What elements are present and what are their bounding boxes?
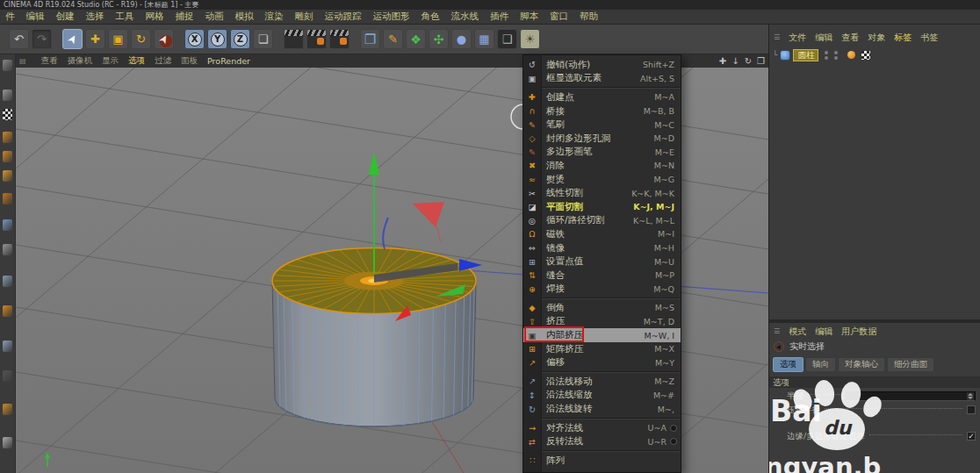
menubar-item-14[interactable]: 流水线 [451,11,479,23]
menu-item-rotate-normals[interactable]: ↻沿法线旋转M~, [523,402,681,416]
left-toolbar-icon-12[interactable] [3,370,12,382]
am-tab-0[interactable]: 选项 [773,357,803,372]
viewport-menu-1[interactable]: 查看 [41,55,58,67]
menu-item-align-normals[interactable]: →对齐法线U~A [523,421,681,435]
left-toolbar-icon-2[interactable] [3,109,12,120]
left-toolbar-icon-8[interactable] [3,244,12,255]
left-toolbar-icon-9[interactable] [3,276,12,287]
object-name-label[interactable]: 圆柱 [793,49,818,61]
z-axis-lock[interactable]: Z [230,29,250,49]
menu-item-plane-cut[interactable]: ◪平面切割K~J, M~J [523,200,681,214]
left-toolbar-icon-4[interactable] [3,151,12,162]
viewport-menu-2[interactable]: 摄像机 [68,55,93,67]
left-toolbar-icon-7[interactable] [3,219,12,231]
add-primitive-cube[interactable]: ❐ [360,29,380,49]
left-toolbar-icon-0[interactable] [3,60,12,71]
am-tab-2[interactable]: 对象轴心 [838,357,885,372]
render-settings[interactable] [306,29,327,49]
add-environment[interactable]: ● [451,29,472,49]
field-checkbox[interactable]: ✓ [967,432,976,441]
viewport-menu-4[interactable]: 选项 [128,55,145,67]
menubar-item-4[interactable]: 工具 [116,11,134,23]
menu-item-extrude-inner[interactable]: ▣内部挤压M~W, I [523,328,681,342]
render-queue[interactable] [329,29,349,49]
viewport-panel-icon[interactable]: ▤ [19,57,26,65]
menubar-item-18[interactable]: 帮助 [580,11,598,23]
add-camera[interactable]: ❑ [497,29,517,49]
last-used-tool[interactable]: ➤ [154,29,174,49]
viewport-menu-6[interactable]: 面板 [181,55,198,67]
menu-item-array[interactable]: ∷阵列 [523,454,681,468]
rotate-tool[interactable]: ↻ [131,29,151,49]
add-spline-pen[interactable]: ✎ [383,29,403,49]
add-generator[interactable]: ❖ [406,29,426,49]
menu-item-set-point-value[interactable]: ⊞设置点值M~U [523,254,681,269]
undo-icon[interactable]: ↶ [9,29,29,49]
menubar-item-0[interactable]: 件 [5,11,15,23]
menu-item-iron[interactable]: ≈熨烫M~G [523,173,681,187]
menu-item-stitch[interactable]: ⇅缝合M~P [523,269,681,283]
object-manager-menu-icon[interactable]: ☰ [774,33,780,41]
left-toolbar-icon-10[interactable] [3,305,12,317]
menu-item-loop-cut[interactable]: ◎循环/路径切割K~L, M~L [523,214,681,228]
menu-item-bevel[interactable]: ◆倒角M~S [523,301,681,315]
om-menu-4[interactable]: 标签 [894,32,912,44]
menubar-item-11[interactable]: 运动跟踪 [325,11,362,23]
am-menu-1[interactable]: 编辑 [815,326,832,338]
menubar-item-5[interactable]: 网格 [146,11,164,23]
add-light[interactable]: ☀ [520,29,540,49]
om-menu-3[interactable]: 对象 [868,32,885,44]
menu-item-undo[interactable]: ↺撤销(动作)Shift+Z [523,58,681,72]
menubar-item-12[interactable]: 运动图形 [373,11,410,23]
left-toolbar-icon-5[interactable] [3,170,12,182]
menu-item-close-hole[interactable]: ◇封闭多边形孔洞M~D [523,132,681,146]
am-tab-3[interactable]: 细分曲面 [887,357,934,372]
om-menu-1[interactable]: 编辑 [815,32,832,44]
menu-item-polygon-pen[interactable]: ✎多边形画笔M~E [523,146,681,160]
left-toolbar-icon-13[interactable] [3,404,12,415]
left-toolbar-icon-1[interactable] [3,90,12,101]
menu-item-smooth-shift[interactable]: ↗偏移M~Y [523,355,681,369]
polygon-selection-tag-icon[interactable] [861,51,870,60]
menu-item-reverse-normals[interactable]: ⇄反转法线U~R [523,434,681,448]
menu-item-magnet[interactable]: Ω磁铁M~I [523,227,681,241]
live-selection-tool[interactable]: ➤ [62,29,83,49]
attribute-manager-menu-icon[interactable]: ☰ [774,327,780,335]
menubar-item-17[interactable]: 窗口 [550,11,568,23]
menubar-item-10[interactable]: 雕刻 [295,11,313,23]
x-axis-lock[interactable]: X [184,29,205,49]
left-toolbar-icon-14[interactable] [3,437,12,448]
menu-item-matrix-extrude[interactable]: ⊞矩阵挤压M~X [523,342,681,356]
move-tool[interactable]: ✚ [85,29,105,49]
menubar-item-13[interactable]: 角色 [422,11,440,23]
viewport-toggle-icon[interactable]: ❐ [757,56,765,66]
menubar-item-3[interactable]: 选择 [86,11,104,23]
menubar-item-8[interactable]: 模拟 [235,11,254,23]
menu-item-dissolve[interactable]: ✖消除M~N [523,159,681,173]
menu-item-move-normals[interactable]: ↗沿法线移动M~Z [523,375,681,389]
radius-input[interactable] [846,391,976,401]
viewport-menu-7[interactable]: ProRender [207,56,250,66]
om-menu-2[interactable]: 查看 [841,32,859,44]
menubar-item-16[interactable]: 脚本 [520,11,538,23]
viewport-pan-icon[interactable]: ✚ [719,56,726,66]
viewport-menu-5[interactable]: 过滤 [155,55,171,67]
am-menu-2[interactable]: 用户数据 [841,326,876,338]
field-checkbox[interactable] [967,405,976,414]
menubar-item-2[interactable]: 创建 [56,11,75,23]
add-floor[interactable]: ▦ [474,29,494,49]
left-toolbar-icon-6[interactable] [3,193,12,204]
menubar-item-15[interactable]: 插件 [490,11,508,23]
viewport-dolly-icon[interactable]: ↓ [731,56,739,66]
menu-item-scale-normals[interactable]: ↕沿法线缩放M~# [523,389,681,403]
render-dots[interactable] [834,51,838,60]
menu-item-mirror[interactable]: ⇔镜像M~H [523,241,681,255]
menu-item-create-point[interactable]: ✚创建点M~A [523,90,681,104]
viewport-menu-3[interactable]: 显示 [102,55,119,67]
menubar-item-6[interactable]: 捕捉 [176,11,194,23]
menubar-item-7[interactable]: 动画 [205,11,224,23]
y-axis-lock[interactable]: Y [207,29,227,49]
phong-tag-icon[interactable] [847,51,855,59]
render-view[interactable] [284,29,304,49]
object-row-cylinder[interactable]: └ 圆柱 [769,48,980,61]
